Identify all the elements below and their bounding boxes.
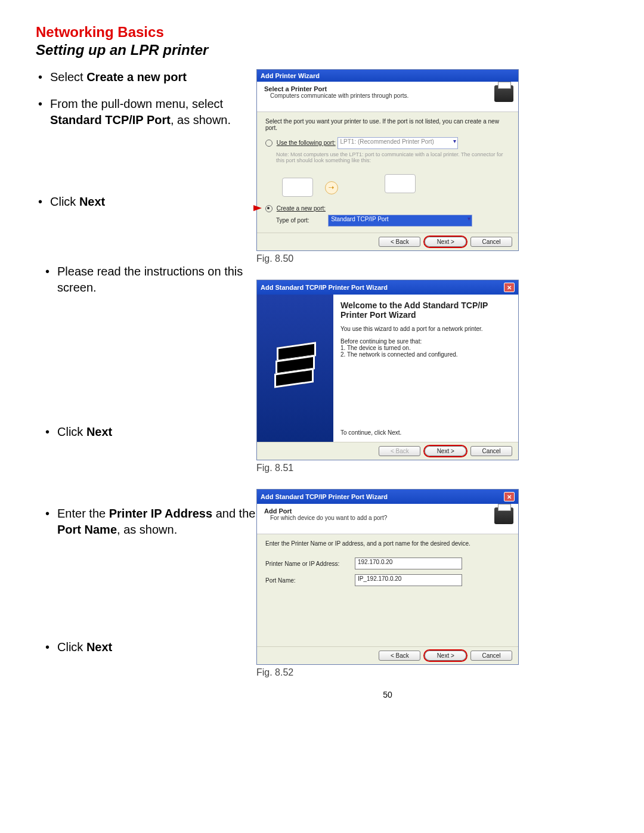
close-icon[interactable]: ✕ — [504, 283, 515, 292]
ip-address-label: Printer Name or IP Address: — [265, 561, 355, 567]
radio-create-port[interactable] — [265, 205, 273, 212]
ip-address-input[interactable]: 192.170.0.20 — [355, 558, 462, 569]
bullet-enter-ip: Enter the Printer IP Address and the Por… — [36, 506, 256, 538]
port-type-dropdown[interactable]: Standard TCP/IP Port — [328, 215, 472, 227]
use-port-dropdown[interactable]: LPT1: (Recommended Printer Port) — [338, 137, 458, 149]
bullet-click-next-3: Click Next — [36, 639, 256, 655]
bullet-click-next-1: Click Next — [36, 194, 256, 210]
printer-stack-icon — [274, 345, 316, 392]
tcpip-port-wizard-welcome: Add Standard TCP/IP Printer Port Wizard … — [256, 280, 519, 460]
bullet-read-instructions: Please read the instructions on this scr… — [36, 264, 256, 296]
radio-use-port[interactable] — [265, 140, 273, 147]
wizard-body: Select the port you want your printer to… — [257, 112, 518, 233]
next-button[interactable]: Next > — [425, 651, 466, 661]
next-button[interactable]: Next > — [425, 446, 466, 456]
wizard-header: Select a Printer Port Computers communic… — [257, 82, 518, 112]
cancel-button[interactable]: Cancel — [470, 446, 512, 456]
port-name-label: Port Name: — [265, 577, 355, 584]
add-printer-wizard: Add Printer Wizard Select a Printer Port… — [256, 69, 519, 251]
wizard-titlebar: Add Standard TCP/IP Printer Port Wizard … — [257, 280, 518, 295]
bullet-select-create-port: Select Create a new port — [36, 69, 256, 85]
close-icon[interactable]: ✕ — [504, 492, 515, 501]
bullet-click-next-2: Click Next — [36, 424, 256, 440]
tcpip-port-wizard-addport: Add Standard TCP/IP Printer Port Wizard … — [256, 489, 519, 665]
figure-caption: Fig. 8.52 — [256, 667, 519, 678]
wizard-sidebar-graphic — [257, 295, 333, 442]
figure-caption: Fig. 8.50 — [256, 253, 519, 264]
section-subheading: Setting up an LPR printer — [36, 42, 614, 58]
bullet-select-tcpip: From the pull-down menu, select Standard… — [36, 96, 256, 128]
port-name-input[interactable]: IP_192.170.0.20 — [355, 574, 462, 586]
wizard-titlebar: Add Printer Wizard — [257, 70, 518, 82]
instruction-column: Select Create a new port From the pull-d… — [36, 69, 256, 655]
red-arrow-indicator — [253, 205, 262, 211]
printer-icon — [494, 507, 513, 524]
back-button[interactable]: < Back — [379, 651, 420, 661]
wizard-header: Add Port For which device do you want to… — [257, 504, 518, 534]
page-number: 50 — [256, 690, 519, 699]
port-diagram: ⇢ — [265, 167, 510, 200]
back-button[interactable]: < Back — [379, 237, 420, 247]
printer-icon — [494, 85, 513, 102]
cancel-button[interactable]: Cancel — [470, 651, 512, 661]
welcome-title: Welcome to the Add Standard TCP/IP Print… — [340, 301, 511, 320]
next-button[interactable]: Next > — [425, 237, 466, 247]
back-button: < Back — [379, 446, 420, 456]
cancel-button[interactable]: Cancel — [470, 237, 512, 247]
section-heading: Networking Basics — [36, 24, 614, 41]
wizard-titlebar: Add Standard TCP/IP Printer Port Wizard … — [257, 490, 518, 504]
figure-caption: Fig. 8.51 — [256, 463, 519, 473]
